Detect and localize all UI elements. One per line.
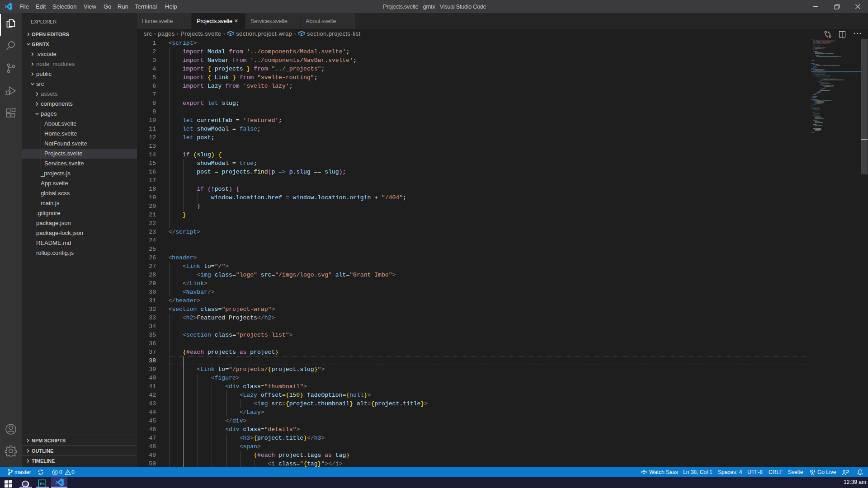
svg-text:Ps: Ps	[40, 482, 45, 486]
